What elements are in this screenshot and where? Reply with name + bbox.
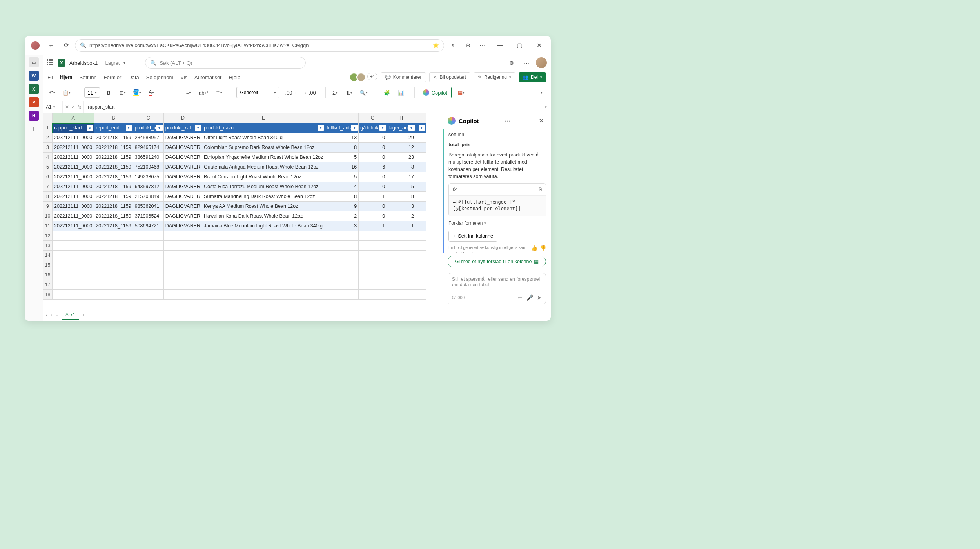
undo-button[interactable]: ↶▾ [47,87,58,98]
cell[interactable] [202,241,325,251]
cell[interactable] [359,290,387,300]
cell[interactable]: 8 [325,192,359,202]
share-button[interactable]: 👥Del▾ [519,72,546,82]
more-options-icon[interactable]: ⋯ [521,57,532,68]
cell[interactable]: DAGLIGVARER [163,143,202,153]
decrease-decimal-button[interactable]: ←.00 [302,87,318,98]
cell[interactable]: 8 [387,162,416,172]
cell[interactable]: Guatemala Antigua Medium Roast Whole Bea… [202,162,325,172]
cell[interactable]: 202212111_0000 [53,153,94,162]
send-icon[interactable]: ➤ [537,294,542,301]
row-header[interactable]: 8 [43,192,53,202]
borders-button[interactable]: ⊞▾ [117,87,128,98]
cell[interactable]: 9 [325,202,359,211]
catchup-button[interactable]: ⟲Bli oppdatert [429,72,470,82]
cell[interactable] [163,260,202,270]
filter-icon[interactable]: ▾ [408,125,415,131]
fill-color-button[interactable]: 🪣▾ [131,87,143,98]
cell[interactable]: Hawaiian Kona Dark Roast Whole Bean 12oz [202,211,325,221]
cell[interactable]: 371906524 [133,211,163,221]
cell[interactable]: 12 [387,143,416,153]
fx-icon[interactable]: fx [78,104,81,110]
font-color-button[interactable]: A▾ [146,87,157,98]
tab-formulas[interactable]: Formler [104,73,122,82]
cell[interactable] [416,280,426,290]
cell[interactable]: 149238075 [133,172,163,182]
table-header-cell[interactable]: fullført_antall▾ [325,123,359,133]
insert-column-button[interactable]: +Sett inn kolonne [448,231,497,242]
filter-icon[interactable]: ▾ [318,125,324,131]
row-header[interactable]: 5 [43,162,53,172]
mic-icon[interactable]: 🎤 [526,294,533,301]
tab-home[interactable]: Hjem [60,73,73,82]
analyze-button[interactable]: 📊 [396,87,407,98]
filter-icon[interactable]: ▾ [351,125,358,131]
cell[interactable] [416,270,426,280]
collections-icon[interactable]: ⊕ [461,39,474,52]
cell[interactable]: 20221218_1159 [94,172,133,182]
find-button[interactable]: 🔍▾ [358,87,369,98]
cell[interactable] [94,270,133,280]
cell[interactable] [416,231,426,241]
cell[interactable] [359,251,387,260]
cell[interactable]: 16 [325,162,359,172]
rail-excel-icon[interactable]: X [29,84,39,94]
cell[interactable]: 234583957 [133,133,163,143]
settings-icon[interactable]: ⚙ [506,57,517,68]
cell[interactable] [94,290,133,300]
cell[interactable] [133,251,163,260]
filter-icon[interactable]: ▾ [419,125,425,131]
cell[interactable]: 985362041 [133,202,163,211]
cell[interactable] [202,270,325,280]
copilot-more-icon[interactable]: ⋯ [503,116,512,125]
table-header-cell[interactable]: produkt_id▾ [133,123,163,133]
cell[interactable]: 20221218_1159 [94,221,133,231]
suggest-column-button[interactable]: Gi meg et nytt forslag til en kolonne ▦ [448,256,546,267]
title-dropdown-icon[interactable]: ▾ [123,61,125,65]
cell[interactable] [416,162,426,172]
cell[interactable]: DAGLIGVARER [163,202,202,211]
paste-button[interactable]: 📋▾ [61,87,72,98]
column-header[interactable]: A [53,113,94,123]
thumbs-down-icon[interactable]: 👎 [540,245,546,252]
address-bar[interactable]: 🔍 https://onedrive.live.com/:w:/t/EaCKkP… [75,39,444,52]
row-header[interactable]: 12 [43,231,53,241]
cell[interactable] [359,260,387,270]
cell[interactable]: Brazil Cerrado Light Roast Whole Bean 12… [202,172,325,182]
cell[interactable]: 1 [359,192,387,202]
cell[interactable] [387,290,416,300]
cell[interactable]: 20221218_1159 [94,162,133,172]
presence-avatar[interactable] [356,73,366,82]
row-header[interactable]: 10 [43,211,53,221]
cell[interactable] [359,231,387,241]
cell[interactable] [94,280,133,290]
row-header[interactable]: 15 [43,260,53,270]
cell[interactable] [416,251,426,260]
cell[interactable]: 20221218_1159 [94,153,133,162]
cell[interactable] [53,290,94,300]
row-header[interactable]: 2 [43,133,53,143]
cell[interactable] [416,172,426,182]
copy-icon[interactable]: ⎘ [539,186,542,193]
ribbon-more-icon[interactable]: ⋯ [470,87,481,98]
cell[interactable]: 0 [359,211,387,221]
row-header[interactable]: 18 [43,290,53,300]
cell[interactable] [416,202,426,211]
cell[interactable]: 202212111_0000 [53,182,94,192]
cell[interactable]: Otter Light Roast Whole Bean 340 g [202,133,325,143]
cell[interactable] [94,231,133,241]
cell[interactable]: 202212111_0000 [53,133,94,143]
user-avatar[interactable] [536,57,547,68]
sort-filter-button[interactable]: ⇅▾ [344,87,355,98]
document-title[interactable]: Arbeidsbok1 [69,60,98,66]
favorites-icon[interactable]: ✧ [446,39,459,52]
cell[interactable] [325,290,359,300]
rail-tab-icon[interactable]: ▭ [29,57,39,67]
cell[interactable] [133,231,163,241]
refresh-button[interactable]: ⟳ [60,39,73,52]
cell[interactable]: DAGLIGVARER [163,172,202,182]
row-header[interactable]: 17 [43,280,53,290]
editing-mode-button[interactable]: ✎Redigering▾ [474,72,515,82]
row-header[interactable]: 7 [43,182,53,192]
filter-icon[interactable]: ▾ [195,125,201,131]
